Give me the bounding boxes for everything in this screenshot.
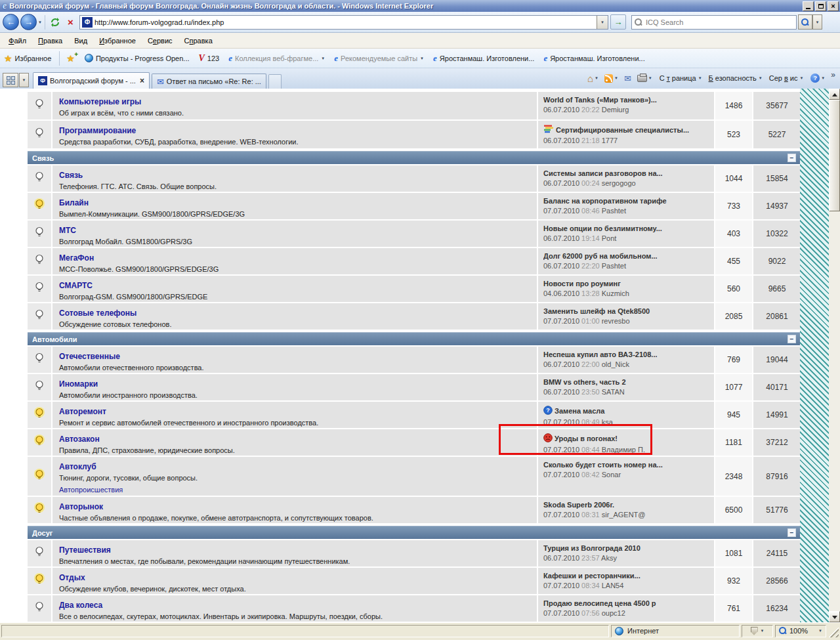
favorites-bar-item-4[interactable]: eЯростанмаш. Изготовлени...	[429, 53, 539, 64]
menu-item-3[interactable]: Избранное	[93, 34, 142, 47]
go-button[interactable]: →	[610, 14, 626, 30]
favorites-bar-item-3[interactable]: eРекомендуемые сайты▼	[329, 53, 429, 64]
last-post-user[interactable]: Kuzmich	[602, 289, 629, 297]
last-post-title[interactable]: Сколько будет стоить номер на...	[543, 461, 709, 469]
forum-link[interactable]: Авторынок	[59, 502, 103, 511]
forum-link[interactable]: Отечественные	[59, 352, 120, 361]
last-post-title[interactable]: Кафешки и ресторанчики...	[543, 572, 709, 580]
scroll-down-button[interactable]	[829, 611, 840, 622]
back-button[interactable]: ←	[3, 14, 19, 30]
last-post-user[interactable]: Aksy	[601, 554, 617, 562]
history-dropdown[interactable]: ▼	[38, 20, 42, 24]
forum-link[interactable]: Авторемонт	[59, 407, 106, 416]
refresh-button[interactable]	[48, 14, 63, 30]
command-menu-1[interactable]: Безопасность▼	[705, 73, 766, 83]
last-post-title[interactable]: Продаю велосипед цена 4500 р	[543, 599, 709, 607]
menu-item-2[interactable]: Вид	[68, 34, 93, 47]
menu-item-4[interactable]: Сервис	[142, 34, 178, 47]
last-post-user[interactable]: LAN54	[602, 582, 624, 589]
favorites-bar-item-5[interactable]: eЯростанмаш. Изготовлени...	[539, 53, 649, 64]
last-post-user[interactable]: revresbo	[602, 317, 630, 325]
vertical-scrollbar[interactable]	[829, 89, 840, 622]
forum-link[interactable]: Отдых	[59, 573, 85, 582]
command-menu-0[interactable]: Страница▼	[656, 73, 705, 83]
forum-link[interactable]: Билайн	[59, 198, 89, 207]
home-button[interactable]: ⌂▼	[585, 74, 600, 83]
toolbar-overflow-chevron[interactable]: »	[829, 70, 837, 86]
command-menu-2[interactable]: Сервис▼	[766, 73, 807, 83]
last-post-title[interactable]: Заменить шлейф на Qtek8500	[543, 307, 709, 315]
last-post-title[interactable]: Новые опции по безлимитному...	[543, 224, 709, 232]
forum-link[interactable]: МегаФон	[59, 253, 94, 263]
search-button[interactable]	[798, 14, 812, 30]
last-post-title[interactable]: Skoda Superb 2006г.	[543, 501, 709, 509]
last-post-title[interactable]: Неспеша купил авто ВАЗ-2108...	[543, 351, 709, 358]
add-to-favorites-bar-icon[interactable]: ★	[66, 53, 75, 64]
last-post-title[interactable]: Системы записи разговоров на...	[543, 169, 709, 177]
forum-link[interactable]: Два колеса	[59, 601, 102, 610]
favorites-button[interactable]: Избранное	[15, 54, 52, 62]
last-post-title[interactable]: Турция из Волгограда 2010	[543, 544, 709, 552]
new-tab-stub[interactable]	[268, 74, 282, 89]
last-post-user[interactable]: old_Nick	[602, 360, 629, 368]
menu-item-0[interactable]: Файл	[3, 34, 32, 47]
search-input[interactable]: ICQ Search	[631, 15, 797, 30]
last-post-title[interactable]: Долг 62000 руб на мобильном...	[543, 252, 709, 260]
last-post-title[interactable]: World of Tanks («Мир танков»)...	[543, 96, 709, 104]
forum-link[interactable]: Путешествия	[59, 545, 111, 555]
quick-tabs-button[interactable]	[3, 73, 18, 87]
forum-link[interactable]: СМАРТС	[59, 281, 93, 290]
forum-link[interactable]: Программирование	[59, 126, 136, 135]
scrollbar-thumb[interactable]	[829, 100, 840, 211]
forum-link[interactable]: Иномарки	[59, 379, 98, 389]
menu-item-5[interactable]: Справка	[178, 34, 219, 47]
last-post-title[interactable]: Сертифицированные специалисты...	[543, 125, 709, 135]
last-post-user[interactable]: Sonar	[602, 471, 621, 479]
forum-link[interactable]: Автозакон	[59, 435, 100, 444]
tab-list-dropdown[interactable]: ▼	[19, 73, 29, 87]
feeds-button[interactable]: ▼	[602, 74, 620, 83]
last-post-user[interactable]: Pashtet	[602, 207, 626, 215]
tab-1[interactable]: ✉Ответ на письмо «Re: Re: ...	[152, 74, 266, 89]
stop-button[interactable]: ×	[63, 14, 78, 30]
forum-link[interactable]: МТС	[59, 226, 76, 235]
help-button[interactable]: ?▼	[808, 74, 827, 83]
tab-0[interactable]: ФВолгоградский форум - ...×	[33, 72, 150, 89]
collapse-section-button[interactable]: −	[788, 335, 796, 343]
forward-button[interactable]: →	[20, 14, 37, 30]
address-dropdown[interactable]: ▼	[597, 16, 608, 29]
last-post-user[interactable]: sergogogo	[602, 179, 636, 187]
search-options-dropdown[interactable]: ▼	[812, 14, 822, 30]
last-post-user[interactable]: Demiurg	[602, 106, 629, 114]
protected-mode-panel[interactable]: ▼	[742, 625, 773, 637]
forum-link[interactable]: Автоклуб	[59, 462, 96, 471]
close-button[interactable]: ×	[828, 1, 839, 11]
last-post-user[interactable]: Pont	[602, 234, 617, 242]
favorites-bar-item-2[interactable]: eКоллекция веб-фрагме...▼	[224, 53, 329, 64]
minimize-button[interactable]	[803, 1, 814, 11]
address-bar[interactable]: Ф http://www.forum-volgograd.ru/index.ph…	[79, 15, 608, 30]
scroll-up-button[interactable]	[829, 89, 840, 100]
collapse-section-button[interactable]: −	[788, 154, 796, 162]
forum-link[interactable]: Связь	[59, 171, 83, 180]
collapse-section-button[interactable]: −	[788, 528, 796, 537]
favorites-bar-item-1[interactable]: V123	[194, 53, 224, 64]
last-post-user[interactable]: 1777	[602, 137, 618, 144]
last-post-title[interactable]: Новости про роуминг	[543, 280, 709, 288]
forum-link[interactable]: Компьютерные игры	[59, 97, 141, 106]
read-mail-button[interactable]: ✉	[622, 74, 633, 83]
last-post-title[interactable]: BMW vs others, часть 2	[543, 378, 709, 386]
menu-item-1[interactable]: Правка	[32, 34, 68, 47]
zoom-panel[interactable]: 100% ▼	[775, 625, 826, 637]
favorites-bar-item-0[interactable]: Продукты - Progress Open...	[80, 54, 194, 62]
last-post-title[interactable]: ?Замена масла	[543, 406, 709, 416]
url-text[interactable]: http://www.forum-volgograd.ru/index.php	[94, 18, 597, 26]
subforum-link[interactable]: Автопроисшествия	[59, 486, 123, 494]
restore-button[interactable]	[815, 1, 826, 11]
resize-grip[interactable]	[828, 627, 839, 637]
tab-close-icon[interactable]: ×	[140, 76, 144, 85]
last-post-user[interactable]: oupc12	[602, 609, 625, 617]
last-post-user[interactable]: Pashtet	[602, 262, 626, 270]
last-post-user[interactable]: sir_AGENT@	[602, 511, 646, 519]
last-post-title[interactable]: Баланс на корпоративном тарифе	[543, 197, 709, 205]
